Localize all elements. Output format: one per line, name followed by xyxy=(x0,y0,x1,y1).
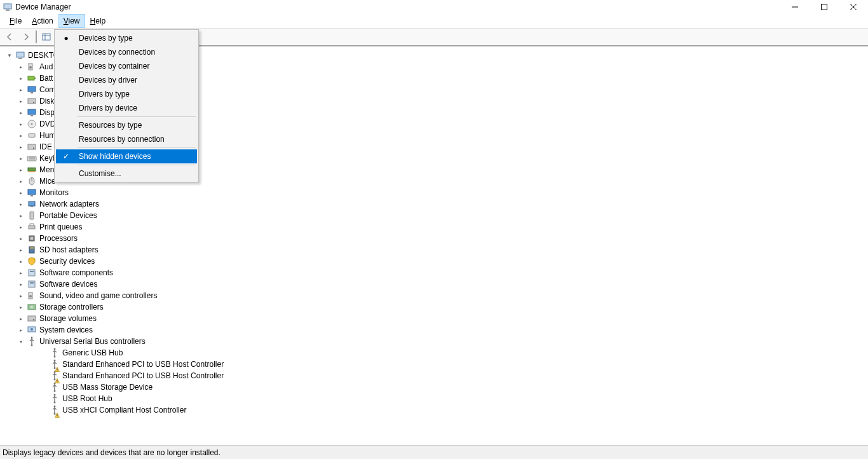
tree-item[interactable]: Generic USB Hub xyxy=(3,347,868,359)
view-drivers-by-type[interactable]: Drivers by type xyxy=(56,87,197,101)
menu-file[interactable]: File xyxy=(4,14,27,28)
chevron-right-icon[interactable]: ▸ xyxy=(17,223,25,231)
tree-item[interactable]: ▸SD host adapters xyxy=(3,244,868,256)
chevron-right-icon[interactable]: ▸ xyxy=(17,142,25,151)
tree-item[interactable]: ▸Portable Devices xyxy=(3,210,868,221)
tree-item-label: Aud xyxy=(39,62,53,71)
minimize-button[interactable] xyxy=(780,0,810,14)
speaker-icon xyxy=(27,291,37,301)
tree-item-label: Monitors xyxy=(39,188,69,197)
chevron-right-icon[interactable]: ▸ xyxy=(17,234,25,243)
chevron-right-icon[interactable]: ▸ xyxy=(17,74,25,83)
chevron-right-icon[interactable]: ▸ xyxy=(17,245,25,254)
chevron-right-icon[interactable]: ▸ xyxy=(17,62,25,71)
bullet-icon: ● xyxy=(62,34,70,43)
tree-item[interactable]: USB Root Hub xyxy=(3,393,868,404)
chevron-right-icon[interactable]: ▸ xyxy=(17,280,25,289)
chevron-right-icon[interactable]: ▸ xyxy=(17,165,25,174)
tree-item-label: Men xyxy=(39,165,54,174)
view-devices-by-container[interactable]: Devices by container xyxy=(56,59,197,73)
view-devices-by-connection[interactable]: Devices by connection xyxy=(56,45,197,59)
title-bar: Device Manager xyxy=(0,0,868,14)
chevron-right-icon[interactable]: ▸ xyxy=(17,108,25,117)
tree-item[interactable]: ▸System devices xyxy=(3,324,868,336)
check-icon: ✓ xyxy=(62,152,70,161)
battery-icon xyxy=(27,73,37,83)
tree-item[interactable]: ▸Storage controllers xyxy=(3,301,868,313)
tree-item-label: Standard Enhanced PCI to USB Host Contro… xyxy=(62,371,224,380)
chevron-right-icon[interactable]: ▸ xyxy=(17,120,25,128)
storage-icon xyxy=(27,302,37,312)
tree-item[interactable]: ▸Processors xyxy=(3,233,868,244)
app-icon xyxy=(3,2,13,12)
tree-item[interactable]: ▸Software devices xyxy=(3,278,868,290)
chevron-right-icon[interactable]: ▸ xyxy=(17,291,25,300)
tree-item[interactable]: ▸Storage volumes xyxy=(3,313,868,324)
status-bar: Displays legacy devices and devices that… xyxy=(0,445,868,459)
view-devices-by-driver[interactable]: Devices by driver xyxy=(56,73,197,87)
tree-item[interactable]: ▸Print queues xyxy=(3,221,868,233)
tree-item-label: Com xyxy=(39,85,55,94)
close-button[interactable] xyxy=(839,0,868,14)
tree-item[interactable]: ▾Universal Serial Bus controllers xyxy=(3,336,868,347)
chevron-right-icon[interactable]: ▸ xyxy=(17,268,25,277)
monitor-icon xyxy=(27,85,37,95)
show-hide-tree-button[interactable] xyxy=(39,30,53,44)
view-devices-by-type[interactable]: ●Devices by type xyxy=(56,31,197,45)
mouse-icon xyxy=(27,176,37,186)
back-button[interactable] xyxy=(3,30,17,44)
tree-item-label: Disk xyxy=(39,97,54,106)
tree-item[interactable]: ▸Monitors xyxy=(3,187,868,198)
menu-view[interactable]: View xyxy=(58,14,85,28)
view-resources-by-type[interactable]: Resources by type xyxy=(56,118,197,132)
tree-item-label: Hum xyxy=(39,131,55,140)
tree-item[interactable]: ▸Security devices xyxy=(3,256,868,267)
tree-item[interactable]: Standard Enhanced PCI to USB Host Contro… xyxy=(3,359,868,370)
chevron-right-icon[interactable]: ▸ xyxy=(17,177,25,186)
chevron-right-icon[interactable]: ▸ xyxy=(17,303,25,312)
maximize-button[interactable] xyxy=(810,0,839,14)
menu-action[interactable]: Action xyxy=(27,14,58,28)
tree-item-label: Portable Devices xyxy=(39,211,97,220)
tree-item[interactable]: ▸Sound, video and game controllers xyxy=(3,290,868,301)
chevron-right-icon[interactable]: ▸ xyxy=(17,131,25,140)
view-resources-by-connection[interactable]: Resources by connection xyxy=(56,132,197,146)
chevron-right-icon[interactable]: ▸ xyxy=(17,85,25,94)
tree-item[interactable]: USB Mass Storage Device xyxy=(3,381,868,393)
warning-icon xyxy=(55,367,60,372)
view-customise[interactable]: Customise... xyxy=(56,167,197,181)
forward-button[interactable] xyxy=(19,30,33,44)
view-drivers-by-device[interactable]: Drivers by device xyxy=(56,101,197,115)
tree-item-label: SD host adapters xyxy=(39,245,98,254)
software-icon xyxy=(27,279,37,289)
monitor-icon xyxy=(27,188,37,198)
chevron-right-icon[interactable]: ▸ xyxy=(17,154,25,163)
chevron-right-icon[interactable]: ▸ xyxy=(17,200,25,209)
tree-item[interactable]: USB xHCI Compliant Host Controller xyxy=(3,404,868,416)
tree-item[interactable]: Standard Enhanced PCI to USB Host Contro… xyxy=(3,370,868,381)
tree-item-label: Software devices xyxy=(39,280,97,289)
chevron-down-icon[interactable]: ▼ xyxy=(5,51,14,60)
chevron-right-icon[interactable]: ▸ xyxy=(17,97,25,106)
hid-icon xyxy=(27,130,37,140)
chevron-right-icon[interactable]: ▸ xyxy=(17,188,25,197)
system-icon xyxy=(27,325,37,335)
chevron-down-icon[interactable]: ▾ xyxy=(17,337,25,346)
chevron-right-icon[interactable]: ▸ xyxy=(17,257,25,266)
view-show-hidden-devices[interactable]: ✓Show hidden devices xyxy=(56,149,197,163)
chevron-right-icon[interactable]: ▸ xyxy=(17,211,25,220)
window-title: Device Manager xyxy=(15,3,780,11)
tree-item-label: USB xHCI Compliant Host Controller xyxy=(62,406,186,414)
tree-item[interactable]: ▸Network adapters xyxy=(3,198,868,210)
chevron-right-icon[interactable]: ▸ xyxy=(17,325,25,334)
tree-item[interactable]: ▸Software components xyxy=(3,267,868,278)
dvd-icon xyxy=(27,119,37,129)
usb-icon xyxy=(50,371,60,381)
network-icon xyxy=(27,199,37,209)
tree-item-label: Disp xyxy=(39,108,55,117)
menu-help[interactable]: Help xyxy=(85,14,111,28)
usb-icon xyxy=(50,405,60,415)
usb-icon xyxy=(50,348,60,358)
chevron-right-icon[interactable]: ▸ xyxy=(17,314,25,323)
disk-icon xyxy=(27,313,37,324)
